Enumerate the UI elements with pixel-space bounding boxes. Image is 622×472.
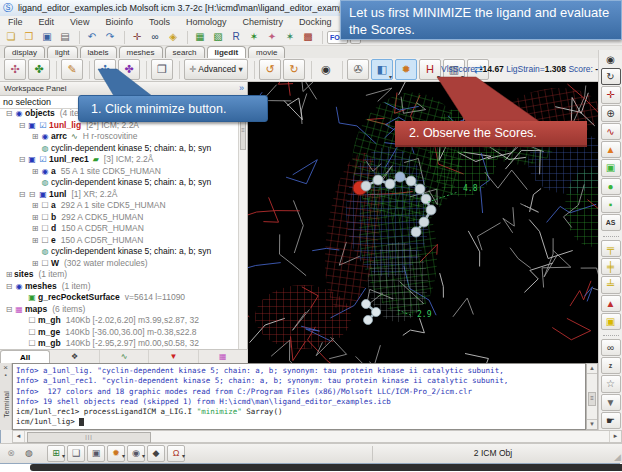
filled-window-button[interactable]: ▣ — [87, 445, 105, 462]
tree-row-m-ge[interactable]: ☐m_ge140Kb [-36.00,36.00] m-0.38,s22.8 — [0, 327, 238, 339]
stereo-glasses-icon[interactable]: ∞ — [601, 339, 621, 356]
minimize-all-button[interactable]: ✤ — [118, 59, 140, 80]
undo-button[interactable]: ↶ — [84, 30, 100, 44]
tree-row-cyclin-dependent-kinase-5-chai[interactable]: ◍cyclin-dependent kinase 5; chain: a, b;… — [0, 177, 238, 189]
ws-tab-sequences[interactable]: ∿ — [100, 350, 149, 363]
terminal-scrollbar[interactable]: ▲ ≡ ▼ — [586, 363, 598, 430]
redo-edit-button[interactable]: ↻ — [283, 59, 305, 80]
expand-icon[interactable]: ⊞ — [30, 212, 40, 224]
rotate-z-tool[interactable]: ∿ — [601, 123, 621, 140]
table-button[interactable]: ▦ — [192, 30, 208, 44]
tree-row-cyclin-dependent-kinase-5-chai[interactable]: ◍cyclin-dependent kinase 5; chain: a, b;… — [0, 246, 238, 258]
scroll-thumb[interactable]: ≡ — [588, 392, 596, 406]
stamp-icon[interactable]: ▼ — [601, 394, 621, 411]
antialias-icon[interactable]: AS — [601, 214, 621, 231]
panel-expand-icon[interactable]: » — [239, 82, 244, 95]
mesh-clip-icon[interactable]: ▲ — [601, 295, 621, 312]
expand-icon[interactable]: ⊞ — [30, 200, 40, 212]
tree-row-sites[interactable]: ⊞sites(1 item) — [0, 269, 238, 281]
tree-row-maps[interactable]: ⊟▦maps(6 items) — [0, 304, 238, 316]
display-quality-icon[interactable]: ▣ — [601, 159, 621, 176]
advanced-button[interactable]: ✛ Advanced ▾ — [184, 59, 248, 80]
tree-row-arrc[interactable]: ⊞◉arrc∿H r-roscovitine — [0, 131, 238, 143]
ws-tab-all[interactable]: All — [0, 350, 50, 363]
menu-view[interactable]: View — [62, 16, 97, 29]
undo-edit-button[interactable]: ↺ — [259, 59, 281, 80]
delete-table-button[interactable]: ▩ — [300, 30, 316, 44]
expand-icon[interactable]: ⊞ — [30, 131, 40, 143]
save-button[interactable]: ▣ — [39, 30, 55, 44]
menu-bioinfo[interactable]: Bioinfo — [97, 16, 141, 29]
mouse-mode-button[interactable]: ◆ — [147, 445, 165, 462]
lock-icon[interactable]: ▣ — [601, 313, 621, 330]
record-icon[interactable]: ◉ — [602, 52, 620, 67]
collapse-icon[interactable]: ⊟ — [4, 108, 14, 120]
scroll-down-icon[interactable]: ▼ — [587, 419, 597, 429]
redo-button[interactable]: ↷ — [102, 30, 118, 44]
full-scene-icon[interactable]: ● — [601, 178, 621, 195]
torch-icon[interactable]: ▲ — [601, 141, 621, 158]
label-button[interactable]: ◈ — [165, 30, 181, 44]
molecule-button[interactable]: ✶ — [246, 30, 262, 44]
structure-button[interactable]: ✶ — [282, 30, 298, 44]
tree-row-b[interactable]: ⊞☐b292 A CDK5_HUMAN — [0, 212, 238, 224]
display-style-button[interactable]: ◧▾ — [371, 59, 393, 80]
ligand-pose-button[interactable]: ✣ — [4, 59, 26, 80]
hydrogens-button[interactable]: H▾ — [419, 59, 441, 80]
collapse-icon[interactable]: ⊟ — [4, 281, 14, 293]
record-button[interactable]: ◉ — [316, 60, 336, 79]
tree-row-a[interactable]: ⊞☐a292 A 1 site CDK5_HUMAN — [0, 200, 238, 212]
tab-movie[interactable]: movie — [248, 46, 285, 58]
expand-icon[interactable]: ⊞ — [30, 235, 40, 247]
clip-back-icon[interactable]: ╧ — [601, 276, 621, 293]
open-file-button[interactable]: ❒ — [21, 30, 37, 44]
menu-tools[interactable]: Tools — [141, 16, 178, 29]
translate-tool[interactable]: ✛ — [601, 86, 621, 103]
tools-button[interactable]: ✛ — [129, 30, 145, 44]
tree-row-m-gh[interactable]: ☐m_gh140Kb [-2.02,6.20] m3.99,s2.87, 32 — [0, 315, 238, 327]
menu-chemistry[interactable]: Chemistry — [234, 16, 291, 29]
status-go-button[interactable]: ◍ — [21, 446, 37, 461]
settings-button[interactable]: ✹▾ — [107, 445, 125, 462]
collapse-icon[interactable]: ⊟ — [17, 154, 27, 166]
tree-row-w[interactable]: ⊞☐W(302 water molecules) — [0, 258, 238, 270]
tree-row-a[interactable]: ⊞◉a55 A 1 site CDK5_HUMAN — [0, 166, 238, 178]
edit-ligand-button[interactable]: ✎ — [61, 59, 83, 80]
ws-tab-maps[interactable]: ▦ — [199, 350, 248, 363]
horizontal-scrollbar[interactable]: ◄ ||| ► — [12, 430, 622, 443]
sleep-icon[interactable]: z — [601, 357, 621, 374]
screenshot-button[interactable]: ✇ — [347, 59, 369, 80]
clip-both-icon[interactable]: ╪ — [601, 258, 621, 275]
expand-icon[interactable]: ⊞ — [30, 258, 40, 270]
ws-tab-meshes[interactable]: ▼ — [149, 350, 198, 363]
tree-row-d[interactable]: ⊞☐d150 A CD5R_HUMAN — [0, 223, 238, 235]
expand-icon[interactable]: ⊞ — [4, 269, 14, 281]
search-files-button[interactable]: ∞ — [147, 30, 163, 44]
scroll-right-icon[interactable]: ► — [609, 431, 621, 442]
hscroll-thumb[interactable]: ||| — [27, 432, 151, 443]
color-settings-button[interactable]: ✹ — [395, 59, 417, 80]
ws-tab-molecules[interactable]: ❖ — [50, 350, 99, 363]
center-icon[interactable]: ▪ — [601, 196, 621, 213]
print-button[interactable]: ▤ — [57, 30, 73, 44]
tree-row-m-gb[interactable]: ☐m_gb140Kb [-2.95,2.97] m0.00,s0.58, 32 — [0, 338, 238, 349]
tab-labels[interactable]: labels — [80, 46, 117, 58]
zoom-tool[interactable]: ⊕ — [601, 105, 621, 122]
tab-search[interactable]: search — [165, 46, 205, 58]
tree-row-1unl-rec1[interactable]: ⊟▣☑1unl_rec1▰[3] ICM; 2.2Å — [0, 154, 238, 166]
tree-row-meshes[interactable]: ⊟◉meshes(1 item) — [0, 281, 238, 293]
scroll-left-icon[interactable]: ◄ — [13, 431, 25, 442]
ligand-surface-button[interactable]: ✤ — [28, 59, 50, 80]
workspace-scrollbar[interactable]: ≡ — [238, 108, 247, 349]
chem-table-button[interactable]: ▧ — [210, 30, 226, 44]
tree-row-e[interactable]: ⊞☐e150 A CD5R_HUMAN — [0, 235, 238, 247]
single-window-button[interactable]: ❑ — [67, 445, 85, 462]
terminal-output[interactable]: Info> a_1unl_lig. "cyclin-dependent kina… — [12, 363, 586, 430]
display-tree-button[interactable]: ⊞▾ — [47, 445, 65, 462]
tree-row-g-recpocketsurface[interactable]: ▣g_recPocketSurfacev=5614 l=11090 — [0, 292, 238, 304]
menu-file[interactable]: File — [0, 16, 31, 29]
terminal-close-icon[interactable]: × — [0, 363, 11, 372]
tree-row-1unl[interactable]: ⊟⊟▣1unl[1] XR; 2.2Å — [0, 189, 238, 201]
tab-display[interactable]: display — [4, 46, 45, 58]
r-groups-button[interactable]: R — [228, 30, 244, 44]
